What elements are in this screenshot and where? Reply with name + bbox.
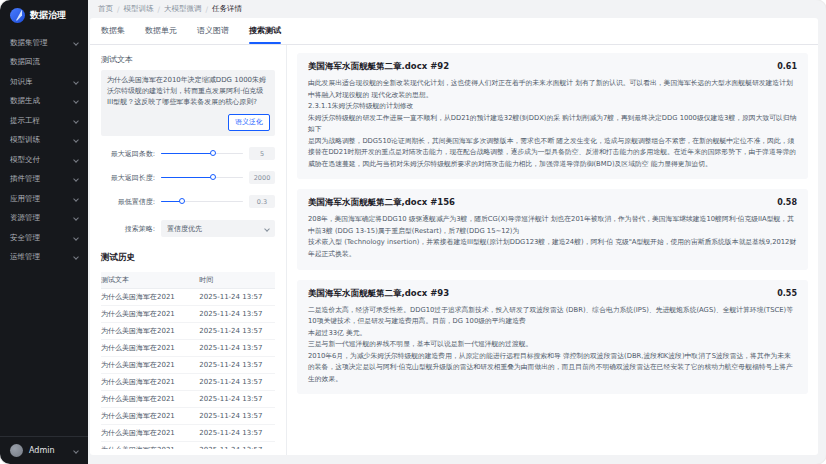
sidebar-item-data-generation[interactable]: 数据生成 (0, 92, 88, 112)
sidebar-item-label: 资源管理 (10, 213, 40, 223)
history-row[interactable]: 为什么美国海军在2021 2025-11-24 13:57 (101, 442, 275, 449)
breadcrumb-llm-finetune[interactable]: 大模型微调 (164, 4, 202, 14)
sidebar-item-label: 插件管理 (10, 174, 40, 184)
sidebar-item-label: 数据集管理 (10, 38, 48, 48)
test-text-value: 为什么美国海军在2010年决定缩减DDG 1000朱姆沃尔特级舰的建造计划，转而… (107, 76, 266, 106)
history-header-row: 测试文本 时间 (101, 272, 275, 289)
sidebar-item-knowledge-base[interactable]: 知识库 (0, 72, 88, 92)
chevron-down-icon (73, 79, 79, 85)
sidebar-item-resource-management[interactable]: 资源管理 (0, 209, 88, 229)
result-score: 0.61 (777, 62, 797, 71)
tab-dataset[interactable]: 数据集 (101, 25, 125, 44)
search-results-panel: 美国海军水面舰艇第二章.docx #92 0.61 由此发展出适合现役舰的全新改… (287, 45, 818, 455)
chevron-down-icon (73, 157, 79, 163)
result-card-156[interactable]: 美国海军水面舰艇第二章,docx #156 0.58 208年，美国海军确定将D… (297, 189, 808, 269)
chevron-down-icon (73, 215, 79, 221)
max-return-length-row: 最大返回长度: 2000 (101, 171, 275, 184)
result-card-92[interactable]: 美国海军水面舰艇第二章.docx #92 0.61 由此发展出适合现役舰的全新改… (297, 53, 808, 179)
min-confidence-label: 最低置信度: (101, 197, 155, 207)
min-confidence-slider[interactable] (161, 198, 243, 206)
sidebar-item-ops-management[interactable]: 运维管理 (0, 248, 88, 268)
search-strategy-label: 搜索策略: (101, 224, 155, 234)
search-strategy-row: 搜索策略: 置信度优先 (101, 220, 275, 237)
chevron-down-icon (73, 137, 79, 143)
main-area: 首页 / 模型训练 / 大模型微调 / 任务详情 数据集 数据单元 语义图谱 搜… (88, 0, 826, 464)
chevron-down-icon (73, 254, 79, 260)
max-return-count-slider[interactable] (161, 150, 243, 158)
search-strategy-select[interactable]: 置信度优先 (161, 220, 275, 237)
sidebar-menu: 数据集管理 数据回流 知识库 数据生成 提示工程 模型训练 (0, 30, 88, 436)
breadcrumb-separator: / (158, 5, 161, 14)
test-history-table: 测试文本 时间 为什么美国海军在2021 2025-11-24 13:57 为什… (101, 272, 275, 449)
sidebar-item-data-backflow[interactable]: 数据回流 (0, 53, 88, 73)
user-name: Admin (29, 446, 68, 455)
chevron-down-icon (73, 118, 79, 124)
breadcrumb: 首页 / 模型训练 / 大模型微调 / 任务详情 (88, 0, 826, 18)
result-title: 美国海军水面舰艇第二章,docx #156 (308, 197, 455, 209)
slider-handle[interactable] (210, 174, 216, 180)
slider-handle[interactable] (210, 150, 216, 156)
sidebar-item-label: 模型训练 (10, 135, 40, 145)
history-row[interactable]: 为什么美国海军在2021 2025-11-24 13:57 (101, 289, 275, 306)
history-row[interactable]: 为什么美国海军在2021 2025-11-24 13:57 (101, 340, 275, 357)
search-strategy-value: 置信度优先 (167, 224, 202, 234)
breadcrumb-model-training[interactable]: 模型训练 (124, 4, 154, 14)
app-title: 数据治理 (30, 9, 66, 22)
history-row[interactable]: 为什么美国海军在2021 2025-11-24 13:57 (101, 306, 275, 323)
sidebar-item-dataset-management[interactable]: 数据集管理 (0, 33, 88, 53)
chevron-down-icon (73, 176, 79, 182)
test-history-title: 测试历史 (101, 252, 275, 264)
sidebar-item-prompt-engineering[interactable]: 提示工程 (0, 111, 88, 131)
max-return-count-row: 最大返回条数: 5 (101, 147, 275, 160)
sidebar: 数据治理 数据集管理 数据回流 知识库 数据生成 提示工程 (0, 0, 88, 464)
semantic-generalize-button[interactable]: 语义泛化 (228, 114, 270, 131)
tab-search-test[interactable]: 搜索测试 (249, 25, 281, 44)
result-score: 0.58 (777, 198, 797, 207)
slider-handle[interactable] (179, 198, 185, 204)
breadcrumb-separator: / (206, 5, 209, 14)
sidebar-item-model-delivery[interactable]: 模型交付 (0, 150, 88, 170)
result-body: 208年，美国海军确定将DDG10 级驱逐舰减产为3艘，随后CG(X)导弹巡洋舰… (308, 214, 797, 260)
breadcrumb-separator: / (117, 5, 120, 14)
breadcrumb-home[interactable]: 首页 (98, 4, 113, 14)
history-row[interactable]: 为什么美国海军在2021 2025-11-24 13:57 (101, 391, 275, 408)
breadcrumb-task-detail: 任务详情 (212, 4, 242, 14)
max-return-length-slider[interactable] (161, 174, 243, 182)
app-logo: 数据治理 (0, 0, 88, 30)
tab-data-unit[interactable]: 数据单元 (145, 25, 177, 44)
logo-icon (10, 8, 25, 23)
sidebar-item-model-training[interactable]: 模型训练 (0, 131, 88, 151)
app-window: 数据治理 数据集管理 数据回流 知识库 数据生成 提示工程 (0, 0, 826, 464)
chevron-down-icon (73, 235, 79, 241)
content-area: 测试文本 为什么美国海军在2010年决定缩减DDG 1000朱姆沃尔特级舰的建造… (90, 45, 818, 455)
history-row[interactable]: 为什么美国海军在2021 2025-11-24 13:57 (101, 408, 275, 425)
history-row[interactable]: 为什么美国海军在2021 2025-11-24 13:57 (101, 323, 275, 340)
max-return-count-label: 最大返回条数: (101, 149, 155, 159)
history-row[interactable]: 为什么美国海军在2021 2025-11-24 13:57 (101, 374, 275, 391)
history-row[interactable]: 为什么美国海军在2021 2025-11-24 13:57 (101, 425, 275, 442)
main-panel: 数据集 数据单元 语义图谱 搜索测试 测试文本 为什么美国海军在2010年决定缩… (90, 18, 818, 455)
sidebar-item-plugin-management[interactable]: 插件管理 (0, 170, 88, 190)
max-return-length-value: 2000 (249, 171, 275, 184)
sidebar-item-app-management[interactable]: 应用管理 (0, 189, 88, 209)
result-body: 二是造价太高，经济可承受性差。DDG10过于追求高新技术，投入研发了双波段雷达 … (308, 305, 797, 386)
min-confidence-row: 最低置信度: 0.3 (101, 195, 275, 208)
result-title: 美国海军水面舰艇第二章,docx #93 (308, 288, 449, 300)
sidebar-item-label: 运维管理 (10, 252, 40, 262)
history-row[interactable]: 为什么美国海军在2021 2025-11-24 13:57 (101, 357, 275, 374)
tab-bar: 数据集 数据单元 语义图谱 搜索测试 (90, 18, 818, 45)
test-text-input[interactable]: 为什么美国海军在2010年决定缩减DDG 1000朱姆沃尔特级舰的建造计划，转而… (101, 70, 275, 136)
sidebar-item-label: 提示工程 (10, 116, 40, 126)
sidebar-item-label: 安全管理 (10, 233, 40, 243)
sidebar-item-label: 知识库 (10, 77, 33, 87)
chevron-down-icon (73, 448, 79, 454)
history-col-text: 测试文本 (101, 275, 199, 285)
chevron-down-icon (73, 196, 79, 202)
user-account[interactable]: Admin (0, 436, 88, 464)
avatar (10, 444, 23, 457)
max-return-count-value: 5 (249, 147, 275, 160)
result-card-93[interactable]: 美国海军水面舰艇第二章,docx #93 0.55 二是造价太高，经济可承受性差… (297, 280, 808, 395)
sidebar-item-security-management[interactable]: 安全管理 (0, 228, 88, 248)
history-col-time: 时间 (199, 275, 275, 285)
tab-semantic-graph[interactable]: 语义图谱 (197, 25, 229, 44)
